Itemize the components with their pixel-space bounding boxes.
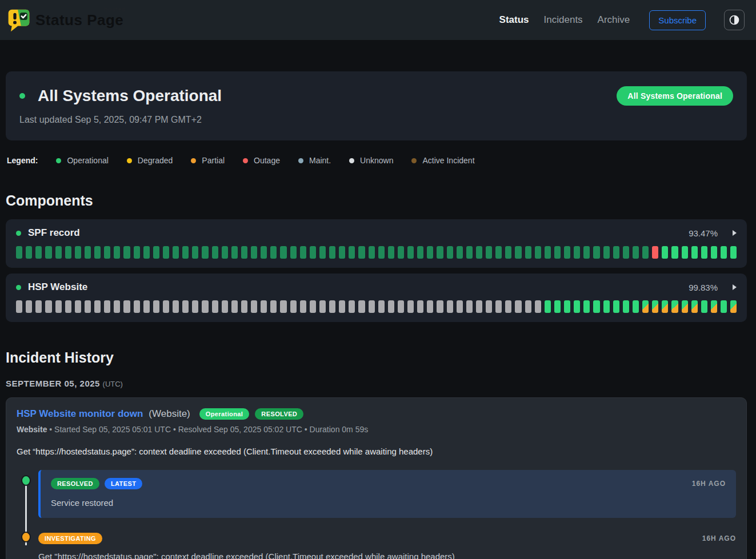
uptime-bar-operational-older[interactable] — [358, 246, 365, 259]
uptime-bar-operational-older[interactable] — [55, 246, 62, 259]
uptime-bar-operational-older[interactable] — [378, 246, 385, 259]
uptime-bar-operational-older[interactable] — [427, 246, 433, 259]
uptime-bar-unknown[interactable] — [85, 300, 91, 313]
uptime-bar-operational-older[interactable] — [75, 246, 81, 259]
uptime-bar-operational[interactable] — [613, 300, 619, 313]
uptime-bar-operational-older[interactable] — [398, 246, 404, 259]
uptime-bar-operational[interactable] — [711, 246, 717, 259]
incident-title-link[interactable]: HSP Website monitor down — [17, 408, 143, 420]
uptime-bar-operational-older[interactable] — [65, 246, 71, 259]
uptime-bar-operational-older[interactable] — [290, 246, 297, 259]
uptime-bar-unknown[interactable] — [407, 300, 414, 313]
uptime-bar-operational-older[interactable] — [270, 246, 277, 259]
uptime-bar-unknown[interactable] — [427, 300, 433, 313]
uptime-bar-partial[interactable] — [711, 300, 717, 313]
uptime-bar-operational-older[interactable] — [369, 246, 375, 259]
uptime-bar-operational-older[interactable] — [457, 246, 463, 259]
uptime-bar-operational-older[interactable] — [554, 246, 561, 259]
uptime-bar-unknown[interactable] — [45, 300, 51, 313]
uptime-bar-operational[interactable] — [574, 300, 580, 313]
uptime-bar-unknown[interactable] — [417, 300, 423, 313]
uptime-bar-unknown[interactable] — [123, 300, 130, 313]
uptime-bar-operational-older[interactable] — [505, 246, 511, 259]
uptime-bar-operational-older[interactable] — [134, 246, 140, 259]
uptime-bar-operational-older[interactable] — [114, 246, 120, 259]
uptime-bar-operational-older[interactable] — [153, 246, 159, 259]
uptime-bar-operational-older[interactable] — [417, 246, 423, 259]
uptime-bar-unknown[interactable] — [515, 300, 521, 313]
uptime-bar-operational-older[interactable] — [182, 246, 189, 259]
nav-status[interactable]: Status — [499, 14, 529, 26]
uptime-bar-operational-older[interactable] — [583, 246, 590, 259]
uptime-bar-operational-older[interactable] — [280, 246, 286, 259]
uptime-bar-unknown[interactable] — [104, 300, 110, 313]
uptime-bar-partial[interactable] — [730, 300, 737, 313]
uptime-bar-unknown[interactable] — [388, 300, 394, 313]
uptime-bar-unknown[interactable] — [319, 300, 326, 313]
uptime-bar-operational[interactable] — [662, 246, 668, 259]
uptime-bar-operational[interactable] — [701, 300, 707, 313]
uptime-bar-operational-older[interactable] — [339, 246, 345, 259]
uptime-bar-operational-older[interactable] — [231, 246, 238, 259]
uptime-bar-unknown[interactable] — [535, 300, 541, 313]
uptime-bar-unknown[interactable] — [280, 300, 286, 313]
uptime-bar-operational-older[interactable] — [163, 246, 169, 259]
uptime-bar-unknown[interactable] — [241, 300, 247, 313]
uptime-bar-operational-older[interactable] — [123, 246, 130, 259]
uptime-bar-operational-older[interactable] — [26, 246, 32, 259]
uptime-bar-operational-older[interactable] — [574, 246, 580, 259]
uptime-bar-unknown[interactable] — [290, 300, 297, 313]
uptime-bar-operational-older[interactable] — [388, 246, 394, 259]
uptime-bar-unknown[interactable] — [447, 300, 453, 313]
component-header[interactable]: HSP Website 99.83% — [16, 281, 737, 293]
uptime-bar-operational[interactable] — [682, 246, 688, 259]
uptime-bar-unknown[interactable] — [134, 300, 140, 313]
uptime-bar-unknown[interactable] — [65, 300, 71, 313]
uptime-bar-unknown[interactable] — [349, 300, 355, 313]
uptime-bar-unknown[interactable] — [329, 300, 335, 313]
uptime-bar-unknown[interactable] — [476, 300, 482, 313]
uptime-bar-unknown[interactable] — [182, 300, 189, 313]
uptime-bar-unknown[interactable] — [270, 300, 277, 313]
uptime-bar-operational-older[interactable] — [241, 246, 247, 259]
theme-toggle-button[interactable] — [724, 10, 745, 30]
uptime-bar-operational-older[interactable] — [143, 246, 150, 259]
uptime-bar-operational-older[interactable] — [633, 246, 639, 259]
uptime-bar-operational-older[interactable] — [300, 246, 306, 259]
uptime-bar-operational[interactable] — [545, 300, 551, 313]
brand[interactable]: Status Page hosted — [7, 7, 123, 33]
uptime-bar-partial[interactable] — [662, 300, 668, 313]
uptime-bar-partial[interactable] — [682, 300, 688, 313]
uptime-bar-unknown[interactable] — [143, 300, 150, 313]
uptime-bar-unknown[interactable] — [251, 300, 257, 313]
uptime-bar-unknown[interactable] — [339, 300, 345, 313]
uptime-bar-operational-older[interactable] — [251, 246, 257, 259]
uptime-bar-operational-older[interactable] — [495, 246, 502, 259]
uptime-bar-unknown[interactable] — [486, 300, 492, 313]
uptime-bar-operational-older[interactable] — [202, 246, 208, 259]
uptime-bar-operational-older[interactable] — [515, 246, 521, 259]
uptime-bar-operational-older[interactable] — [447, 246, 453, 259]
uptime-bar-unknown[interactable] — [26, 300, 32, 313]
uptime-bar-unknown[interactable] — [261, 300, 267, 313]
expand-arrow-icon[interactable] — [733, 230, 737, 236]
uptime-bar-operational[interactable] — [721, 246, 727, 259]
uptime-bar-partial[interactable] — [691, 300, 698, 313]
uptime-bar-operational-older[interactable] — [104, 246, 110, 259]
uptime-bar-unknown[interactable] — [369, 300, 375, 313]
uptime-bar-unknown[interactable] — [466, 300, 473, 313]
uptime-bar-unknown[interactable] — [231, 300, 238, 313]
uptime-bar-operational-older[interactable] — [564, 246, 570, 259]
uptime-bar-operational-older[interactable] — [35, 246, 42, 259]
uptime-bar-operational-older[interactable] — [407, 246, 414, 259]
uptime-bar-unknown[interactable] — [114, 300, 120, 313]
uptime-bar-operational-older[interactable] — [525, 246, 531, 259]
uptime-bar-operational[interactable] — [701, 246, 707, 259]
uptime-bar-operational-older[interactable] — [192, 246, 198, 259]
uptime-bar-operational-older[interactable] — [437, 246, 443, 259]
uptime-bar-unknown[interactable] — [192, 300, 198, 313]
uptime-bar-operational-older[interactable] — [310, 246, 316, 259]
uptime-bar-operational-older[interactable] — [94, 246, 101, 259]
uptime-bar-operational[interactable] — [583, 300, 590, 313]
uptime-bar-operational-older[interactable] — [261, 246, 267, 259]
